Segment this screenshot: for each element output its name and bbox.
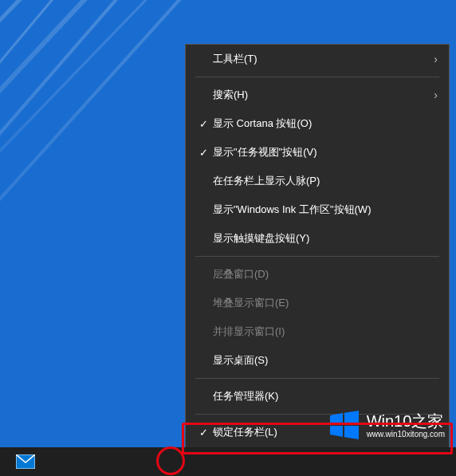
menu-stacked-label: 堆叠显示窗口(E): [213, 296, 438, 310]
windows-logo-icon: [328, 409, 360, 441]
menu-show-taskview-label: 显示"任务视图"按钮(V): [213, 145, 438, 159]
taskbar[interactable]: [0, 447, 456, 476]
menu-show-touch-keyboard[interactable]: 显示触摸键盘按钮(Y): [186, 224, 449, 253]
menu-show-ink[interactable]: 显示"Windows Ink 工作区"按钮(W): [186, 195, 449, 224]
chevron-right-icon: ›: [434, 89, 438, 101]
menu-search-label: 搜索(H): [213, 88, 434, 102]
menu-separator: [195, 256, 439, 257]
menu-separator: [195, 77, 439, 77]
menu-cascade-label: 层叠窗口(D): [213, 267, 438, 281]
menu-show-taskview[interactable]: ✓ 显示"任务视图"按钮(V): [186, 138, 449, 167]
menu-show-cortana-label: 显示 Cortana 按钮(O): [213, 116, 438, 131]
menu-toolbars[interactable]: 工具栏(T) ›: [186, 45, 449, 73]
mail-app-icon[interactable]: [8, 447, 43, 476]
menu-search[interactable]: 搜索(H) ›: [186, 81, 449, 109]
menu-show-cortana[interactable]: ✓ 显示 Cortana 按钮(O): [186, 109, 449, 138]
chevron-right-icon: ›: [434, 53, 438, 65]
check-icon: ✓: [194, 147, 213, 159]
menu-show-desktop[interactable]: 显示桌面(S): [186, 346, 449, 375]
watermark-title: Win10之家: [367, 412, 445, 430]
svg-marker-6: [344, 426, 359, 439]
menu-show-people[interactable]: 在任务栏上显示人脉(P): [186, 167, 449, 195]
menu-cascade-windows[interactable]: 层叠窗口(D): [186, 260, 449, 289]
menu-show-touch-keyboard-label: 显示触摸键盘按钮(Y): [213, 231, 438, 246]
menu-task-manager[interactable]: 任务管理器(K): [186, 382, 449, 411]
menu-show-desktop-label: 显示桌面(S): [213, 353, 438, 368]
check-icon: ✓: [194, 427, 213, 439]
watermark: Win10之家 www.win10xitong.com: [328, 409, 445, 441]
svg-marker-5: [330, 426, 343, 437]
svg-marker-4: [344, 411, 359, 424]
menu-task-manager-label: 任务管理器(K): [213, 389, 438, 403]
menu-toolbars-label: 工具栏(T): [213, 52, 434, 66]
menu-separator: [195, 378, 439, 379]
menu-show-people-label: 在任务栏上显示人脉(P): [213, 174, 438, 188]
watermark-url: www.win10xitong.com: [367, 430, 445, 439]
menu-sidebyside-label: 并排显示窗口(I): [213, 325, 438, 339]
menu-stacked-windows[interactable]: 堆叠显示窗口(E): [186, 289, 449, 317]
menu-sidebyside-windows[interactable]: 并排显示窗口(I): [186, 317, 449, 346]
mail-icon: [16, 454, 35, 469]
svg-marker-3: [330, 413, 343, 424]
check-icon: ✓: [194, 118, 213, 130]
menu-show-ink-label: 显示"Windows Ink 工作区"按钮(W): [213, 203, 438, 217]
